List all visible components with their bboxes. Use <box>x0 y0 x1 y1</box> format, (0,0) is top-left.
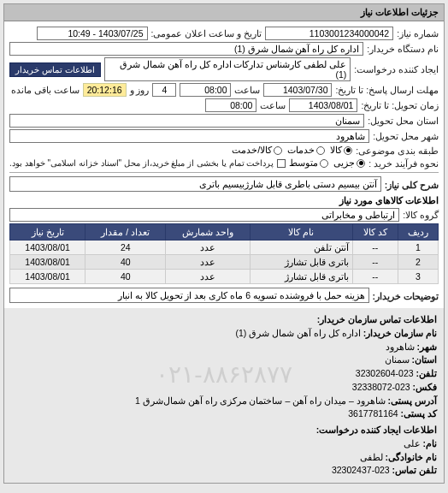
subject-cat-label: طبقه بندی موضوعی: <box>356 146 439 156</box>
c-fname-value: علی <box>404 438 421 448</box>
valid-date-value: 1403/08/01 <box>289 98 357 112</box>
c-zip-label: کد پستی: <box>401 408 437 419</box>
group-value: ارتباطی و مخابراتی <box>9 208 399 222</box>
cell-name: باتری قابل تشارژ <box>250 270 352 284</box>
buyer-org-value: اداره کل راه آهن شمال شرق (1) <box>9 42 363 56</box>
radio-both[interactable]: کالا/خدمت <box>232 145 282 156</box>
cell-unit: عدد <box>166 270 251 284</box>
clock-label-1: ساعت <box>234 85 260 95</box>
c-city-label: شهر: <box>417 342 438 352</box>
main-header: جزئیات اطلاعات نیاز <box>4 4 444 21</box>
header-title: جزئیات اطلاعات نیاز <box>361 7 439 17</box>
c-addr-label: آدرس پستی: <box>388 395 437 406</box>
cell-code: -- <box>352 241 398 255</box>
radio-both-label: کالا/خدمت <box>232 145 272 156</box>
deliv-prov-value: سمنان <box>9 114 364 128</box>
overview-value: آنتن بیسیم دستی باطری قابل شارژبیسیم بات… <box>9 176 381 192</box>
table-row: 3 -- باتری قابل تشارژ عدد 40 1403/08/01 <box>10 270 439 284</box>
requester-value: علی لطفی کارشناس تدارکات اداره کل راه آه… <box>104 57 351 81</box>
subject-radio-group: کالا خدمات کالا/خدمت <box>232 145 352 156</box>
cell-date: 1403/08/01 <box>10 241 85 255</box>
table-row: 1 -- آنتن تلفن عدد 24 1403/08/01 <box>10 241 439 255</box>
col-name: نام کالا <box>250 224 352 241</box>
contact-buyer-button[interactable]: اطلاعات تماس خریدار <box>9 62 101 77</box>
radio-jozi-label: جزیی <box>333 157 355 169</box>
c-cphone-label: تلفن تماس: <box>392 465 437 475</box>
cell-n: 2 <box>398 255 438 270</box>
c-prov-label: استان: <box>412 354 438 365</box>
cell-n: 1 <box>398 241 438 255</box>
notice-date-label: تاریخ و ساعت اعلان عمومی: <box>151 28 262 39</box>
contact-header: اطلاعات تماس سازمان خریدار: <box>11 313 437 327</box>
radio-khadamat[interactable]: خدمات <box>287 145 325 156</box>
c-fax-label: فکس: <box>413 382 438 392</box>
col-date: تاریخ نیاز <box>10 224 85 241</box>
page-container: جزئیات اطلاعات نیاز شماره نیاز: 11030012… <box>3 3 445 484</box>
valid-time-value: 08:00 <box>205 98 256 112</box>
c-lname-value: لطفی <box>360 452 383 462</box>
buy-type-label: نحوه فرآیند خرید : <box>368 158 439 169</box>
radio-kala[interactable]: کالا <box>330 145 352 156</box>
contact-block: اطلاعات تماس سازمان خریدار: نام سازمان خ… <box>4 308 444 483</box>
radio-khadamat-label: خدمات <box>287 145 315 156</box>
buy-note: پرداخت تمام یا بخشی از مبلغ خرید،از محل … <box>9 158 274 168</box>
c-addr-value: شاهرود – میدان راه آهن – ساختمان مرکزی ر… <box>135 395 386 406</box>
cell-unit: عدد <box>166 255 251 270</box>
radio-jozi[interactable]: جزیی <box>333 157 365 169</box>
cell-name: آنتن تلفن <box>250 241 352 255</box>
col-rownum: ردیف <box>398 224 438 241</box>
table-header-row: ردیف کد کالا نام کالا واحد شمارش تعداد /… <box>10 224 439 241</box>
radio-dot-icon <box>344 146 352 155</box>
creator-header: اطلاعات ایجاد کننده درخواست: <box>11 424 437 437</box>
cell-code: -- <box>352 270 398 284</box>
items-table: ردیف کد کالا نام کالا واحد شمارش تعداد /… <box>9 223 439 284</box>
cell-qty: 40 <box>85 255 166 270</box>
days-label: روز و <box>130 85 150 95</box>
overview-label: شرح کلی نیاز: <box>385 180 439 190</box>
buyer-desc-label: توضیحات خریدار: <box>373 291 439 301</box>
treasury-checkbox[interactable] <box>277 159 286 168</box>
radio-dot-icon <box>357 159 365 168</box>
radio-dot-icon <box>316 146 325 155</box>
divider <box>9 172 439 173</box>
resp-time-value: 08:00 <box>180 83 231 97</box>
c-city-value: شاهرود <box>386 342 415 352</box>
col-code: کد کالا <box>352 224 398 241</box>
clock-label-2: ساعت <box>260 100 286 110</box>
form-area: شماره نیاز: 1103001234000042 تاریخ و ساع… <box>4 21 444 308</box>
notice-date-value: 1403/07/25 - 10:49 <box>37 27 148 40</box>
buyer-org-label: نام دستگاه خریدار: <box>367 44 439 54</box>
radio-dot-icon <box>274 146 282 155</box>
cell-qty: 24 <box>85 241 166 255</box>
radio-kala-label: کالا <box>330 145 342 156</box>
buy-type-radio-group: جزیی متوسط <box>289 157 365 169</box>
timer-label: ساعت باقی مانده <box>11 85 80 95</box>
col-qty: تعداد / مقدار <box>85 224 166 241</box>
cell-date: 1403/08/01 <box>10 255 85 270</box>
c-fax-value: 023-32338072 <box>352 382 410 392</box>
resp-deadline-label: مهلت ارسال پاسخ: تا تاریخ: <box>335 85 439 95</box>
c-phone-label: تلفن: <box>416 368 438 378</box>
group-label: گروه کالا: <box>403 210 439 220</box>
deliv-city-value: شاهرود <box>9 129 369 143</box>
c-cphone-value: 023-32302437 <box>332 465 390 475</box>
cell-unit: عدد <box>166 241 251 255</box>
deliv-city-label: شهر محل تحویل: <box>373 131 439 141</box>
number-label: شماره نیاز: <box>397 28 439 39</box>
c-prov-value: سمنان <box>385 354 410 365</box>
col-unit: واحد شمارش <box>166 224 251 241</box>
cell-code: -- <box>352 255 398 270</box>
c-fname-label: نام: <box>423 438 438 448</box>
deliv-prov-label: استان محل تحویل: <box>368 116 439 126</box>
c-zip-value: 3617781164 <box>348 408 398 419</box>
valid-label: زمان تحویل: تا تاریخ: <box>361 100 439 110</box>
radio-dot-icon <box>320 159 328 168</box>
radio-motavaset[interactable]: متوسط <box>289 157 328 169</box>
table-row: 2 -- باتری قابل تشارژ عدد 40 1403/08/01 <box>10 255 439 270</box>
number-value: 1103001234000042 <box>265 27 393 40</box>
c-org-label: نام سازمان خریدار: <box>363 328 437 338</box>
requester-label: ایجاد کننده درخواست: <box>354 64 439 74</box>
buyer-desc-value: هزینه حمل با فروشنده تسویه 6 ماه کاری بع… <box>9 288 369 303</box>
cell-qty: 40 <box>85 270 166 284</box>
countdown-timer: 20:12:16 <box>83 83 127 97</box>
